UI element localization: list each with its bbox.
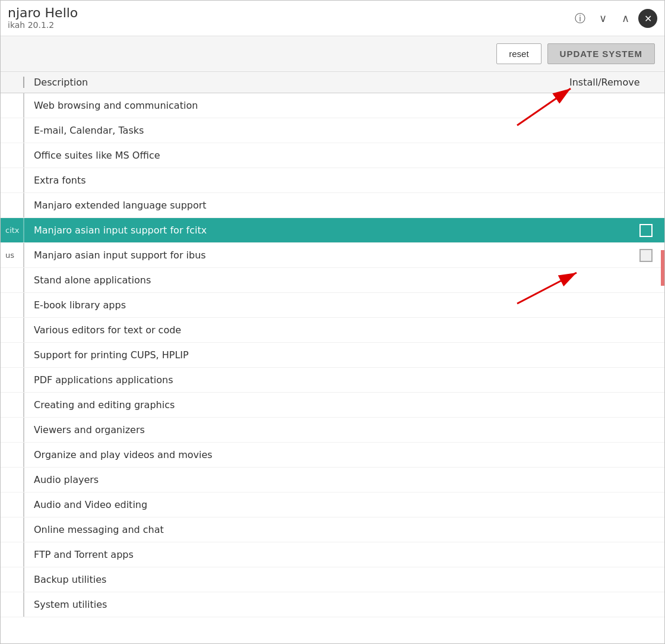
update-system-button[interactable]: UPDATE SYSTEM — [547, 43, 655, 64]
row-prefix — [1, 143, 24, 168]
row-description: Various editors for text or code — [24, 318, 569, 342]
titlebar-controls: ⓘ ∨ ∧ ✕ — [571, 9, 657, 28]
row-prefix: us — [1, 243, 24, 267]
row-prefix — [1, 493, 24, 517]
row-prefix — [1, 443, 24, 467]
row-action[interactable] — [569, 249, 664, 262]
row-prefix — [1, 393, 24, 417]
table-row: E-book library apps — [1, 293, 664, 318]
row-prefix — [1, 517, 24, 542]
row-description: E-book library apps — [24, 293, 569, 317]
row-description: Web browsing and communication — [24, 94, 569, 117]
row-prefix — [1, 343, 24, 367]
col-prefix-header — [1, 77, 24, 88]
titlebar: njaro Hello ikah 20.1.2 ⓘ ∨ ∧ ✕ — [1, 1, 664, 36]
row-prefix — [1, 468, 24, 492]
row-prefix — [1, 268, 24, 292]
table-body: Web browsing and communicationE-mail, Ca… — [1, 93, 664, 643]
table-row: Extra fonts — [1, 168, 664, 193]
app-title: njaro Hello — [8, 5, 78, 20]
row-description: Support for printing CUPS, HPLIP — [24, 343, 569, 367]
row-prefix — [1, 118, 24, 143]
row-description: Organize and play videos and movies — [24, 443, 569, 466]
table-row: E-mail, Calendar, Tasks — [1, 118, 664, 143]
table-row: FTP and Torrent apps — [1, 542, 664, 567]
row-prefix — [1, 368, 24, 392]
row-prefix — [1, 567, 24, 592]
row-description: E-mail, Calendar, Tasks — [24, 119, 569, 142]
table-row: Viewers and organizers — [1, 418, 664, 443]
minimize-button[interactable]: ∨ — [593, 9, 612, 28]
table-header: Description Install/Remove — [1, 72, 664, 93]
app-subtitle: ikah 20.1.2 — [8, 20, 78, 30]
row-description: Manjaro asian input support for ibus — [24, 244, 569, 267]
row-description: Stand alone applications — [24, 269, 569, 292]
row-prefix — [1, 293, 24, 317]
main-window: njaro Hello ikah 20.1.2 ⓘ ∨ ∧ ✕ reset UP… — [0, 0, 665, 644]
close-button[interactable]: ✕ — [638, 9, 657, 28]
row-prefix — [1, 418, 24, 442]
chevron-up-icon: ∧ — [622, 12, 629, 25]
table-row: Audio players — [1, 468, 664, 493]
row-description: Manjaro asian input support for fcitx — [24, 219, 569, 242]
row-action[interactable] — [569, 224, 664, 237]
close-icon: ✕ — [644, 13, 652, 24]
titlebar-left: njaro Hello ikah 20.1.2 — [8, 5, 78, 30]
row-prefix: citx — [1, 218, 24, 242]
side-scroll-indicator — [661, 250, 664, 286]
row-prefix — [1, 542, 24, 567]
table-row: Stand alone applications — [1, 268, 664, 293]
table-row: Various editors for text or code — [1, 318, 664, 343]
info-button[interactable]: ⓘ — [571, 9, 590, 28]
row-prefix — [1, 592, 24, 617]
col-description-header: Description — [24, 77, 569, 88]
maximize-button[interactable]: ∧ — [616, 9, 635, 28]
row-prefix — [1, 168, 24, 192]
row-description: Viewers and organizers — [24, 418, 569, 441]
table-row: usManjaro asian input support for ibus — [1, 243, 664, 268]
info-icon: ⓘ — [575, 11, 585, 26]
row-description: System utilities — [24, 593, 569, 616]
row-description: Audio and Video editing — [24, 493, 569, 516]
install-checkbox[interactable] — [639, 224, 653, 237]
row-description: Backup utilities — [24, 568, 569, 591]
table-row: Web browsing and communication — [1, 93, 664, 118]
table-row: Manjaro extended language support — [1, 193, 664, 218]
table-row: Creating and editing graphics — [1, 393, 664, 418]
row-description: FTP and Torrent apps — [24, 543, 569, 566]
row-description: Creating and editing graphics — [24, 393, 569, 416]
install-checkbox[interactable] — [639, 249, 653, 262]
table-row: PDF applications applications — [1, 368, 664, 393]
col-action-header: Install/Remove — [569, 77, 664, 88]
reset-button[interactable]: reset — [496, 43, 541, 64]
row-description: PDF applications applications — [24, 368, 569, 392]
row-description: Office suites like MS Office — [24, 144, 569, 167]
table-row: Organize and play videos and movies — [1, 443, 664, 468]
row-description: Manjaro extended language support — [24, 194, 569, 217]
table-row: Online messaging and chat — [1, 517, 664, 542]
row-prefix — [1, 93, 24, 118]
row-description: Audio players — [24, 468, 569, 491]
row-prefix — [1, 193, 24, 217]
table-row: Backup utilities — [1, 567, 664, 592]
table-row: Office suites like MS Office — [1, 143, 664, 168]
toolbar: reset UPDATE SYSTEM — [1, 36, 664, 72]
table-row: System utilities — [1, 592, 664, 617]
row-prefix — [1, 318, 24, 342]
table-row: citxManjaro asian input support for fcit… — [1, 218, 664, 243]
row-description: Extra fonts — [24, 169, 569, 192]
table-row: Audio and Video editing — [1, 493, 664, 517]
row-description: Online messaging and chat — [24, 518, 569, 541]
table-row: Support for printing CUPS, HPLIP — [1, 343, 664, 368]
chevron-down-icon: ∨ — [599, 12, 607, 25]
